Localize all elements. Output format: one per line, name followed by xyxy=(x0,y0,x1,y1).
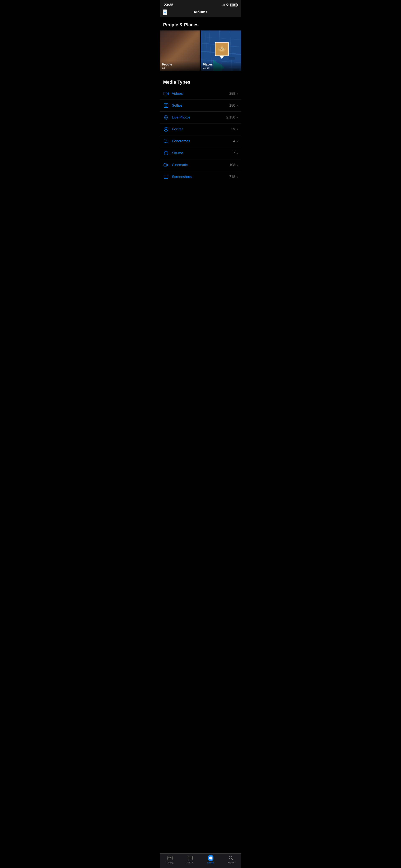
panoramas-chevron: › xyxy=(237,140,238,143)
svg-point-20 xyxy=(221,50,222,50)
portrait-count: 39 xyxy=(231,127,235,131)
tab-library[interactable]: Library xyxy=(164,855,176,864)
svg-rect-45 xyxy=(164,164,167,166)
library-tab-label: Library xyxy=(167,862,173,864)
places-album-count: 2,716 xyxy=(203,66,239,69)
status-time: 23:35 xyxy=(164,3,173,7)
screenshots-chevron: › xyxy=(237,175,238,179)
media-types-list: Videos 258 › Selfies 150 › xyxy=(160,88,241,183)
tab-albums[interactable]: Albums xyxy=(204,855,217,864)
selfies-chevron: › xyxy=(237,104,238,107)
video-icon xyxy=(163,91,169,97)
cinematic-icon xyxy=(163,162,169,168)
screenshots-icon xyxy=(163,174,169,180)
people-album-count: 12 xyxy=(162,66,198,69)
svg-line-61 xyxy=(232,859,233,860)
svg-rect-59 xyxy=(210,857,212,860)
svg-point-22 xyxy=(223,49,223,49)
svg-point-30 xyxy=(165,116,168,119)
places-album-item[interactable]: Places 2,716 xyxy=(201,30,241,71)
status-bar: 23:35 34 xyxy=(160,0,241,8)
people-places-heading: People & Places xyxy=(160,17,241,30)
slo-mo-count: 7 xyxy=(233,151,235,155)
albums-tab-label: Albums xyxy=(207,862,214,864)
selfies-count: 150 xyxy=(229,103,235,107)
svg-point-29 xyxy=(165,117,167,118)
cinematic-count: 108 xyxy=(229,163,235,167)
screenshots-count: 718 xyxy=(229,175,235,179)
nav-title: Albums xyxy=(193,10,207,14)
albums-icon xyxy=(208,855,213,861)
search-icon xyxy=(228,855,234,861)
nav-bar: + Albums xyxy=(160,8,241,17)
status-icons: 34 xyxy=(221,3,237,7)
panoramas-icon xyxy=(163,138,169,144)
live-photos-item[interactable]: Live Photos 2,150 › xyxy=(160,112,241,123)
signal-icon xyxy=(221,4,225,6)
portrait-icon xyxy=(163,126,169,132)
live-photos-icon xyxy=(163,115,169,120)
videos-chevron: › xyxy=(237,92,238,95)
portrait-label: Portrait xyxy=(172,127,231,131)
svg-point-32 xyxy=(165,128,167,129)
svg-point-26 xyxy=(165,105,167,106)
battery-icon: 34 xyxy=(230,3,237,7)
videos-label: Videos xyxy=(172,92,229,96)
media-types-heading: Media Types xyxy=(160,74,241,88)
places-label: Places 2,716 xyxy=(201,61,241,71)
selfies-item[interactable]: Selfies 150 › xyxy=(160,100,241,112)
cinematic-item[interactable]: Cinematic 108 › xyxy=(160,159,241,171)
media-types-section: Media Types Videos 258 › xyxy=(160,74,241,183)
live-photos-count: 2,150 xyxy=(226,115,235,120)
svg-point-50 xyxy=(165,177,165,178)
for-you-icon xyxy=(188,855,193,861)
selfies-icon xyxy=(163,103,169,108)
selfies-label: Selfies xyxy=(172,103,229,107)
slo-mo-icon xyxy=(163,150,169,156)
bottom-spacer xyxy=(160,183,241,202)
slo-mo-chevron: › xyxy=(237,151,238,155)
videos-count: 258 xyxy=(229,92,235,96)
search-tab-label: Search xyxy=(228,862,234,864)
panoramas-item[interactable]: Panoramas 4 › xyxy=(160,135,241,147)
tab-for-you[interactable]: For You xyxy=(184,855,197,864)
svg-point-19 xyxy=(220,47,224,51)
svg-rect-25 xyxy=(164,104,168,107)
section-divider-1 xyxy=(160,72,241,73)
svg-rect-11 xyxy=(229,57,235,60)
wifi-icon xyxy=(226,3,229,7)
tab-search[interactable]: Search xyxy=(225,855,237,864)
cinematic-label: Cinematic xyxy=(172,163,229,167)
add-album-button[interactable]: + xyxy=(163,9,167,15)
people-places-section: People & Places People 12 xyxy=(160,17,241,71)
cinematic-chevron: › xyxy=(237,163,238,167)
scroll-content: People & Places People 12 xyxy=(160,17,241,204)
svg-rect-24 xyxy=(164,92,167,95)
people-label: People 12 xyxy=(160,61,200,71)
videos-item[interactable]: Videos 258 › xyxy=(160,88,241,100)
panoramas-label: Panoramas xyxy=(172,139,233,143)
svg-point-21 xyxy=(221,49,221,49)
for-you-tab-label: For You xyxy=(187,862,194,864)
portrait-item[interactable]: Portrait 39 › xyxy=(160,123,241,135)
live-photos-label: Live Photos xyxy=(172,115,226,120)
slo-mo-label: Slo-mo xyxy=(172,151,233,155)
screenshots-item[interactable]: Screenshots 718 › xyxy=(160,171,241,183)
panoramas-count: 4 xyxy=(233,139,235,143)
people-album-name: People xyxy=(162,63,198,66)
live-photos-chevron: › xyxy=(237,116,238,119)
people-album-item[interactable]: People 12 xyxy=(160,30,200,71)
svg-point-52 xyxy=(169,857,169,858)
people-places-grid: People 12 xyxy=(160,30,241,71)
portrait-chevron: › xyxy=(237,128,238,131)
places-album-name: Places xyxy=(203,63,239,66)
library-icon xyxy=(167,855,173,861)
screenshots-label: Screenshots xyxy=(172,175,229,179)
tab-bar: Library For You Albums xyxy=(160,854,241,868)
slo-mo-item[interactable]: Slo-mo 7 › xyxy=(160,147,241,159)
